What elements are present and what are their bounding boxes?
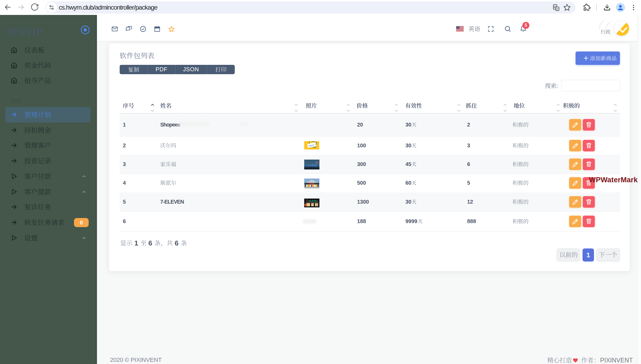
svg-text:7-: 7- bbox=[306, 199, 308, 202]
svg-text:ELEVEn: ELEVEn bbox=[309, 200, 318, 202]
svg-text:文: 文 bbox=[556, 7, 559, 10]
